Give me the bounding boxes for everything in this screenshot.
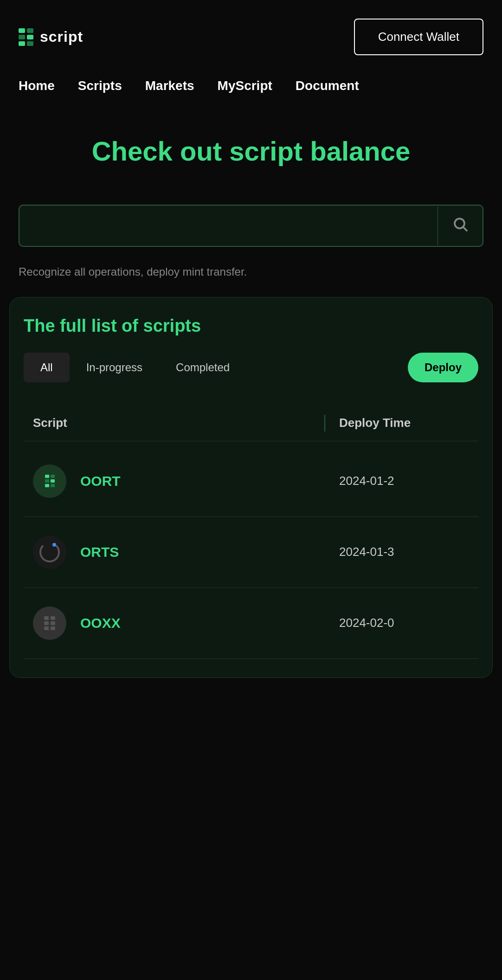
hero-title: Check out script balance [19,135,483,168]
search-input[interactable] [19,206,438,246]
filter-tab-completed[interactable]: Completed [159,353,246,382]
filter-tab-all[interactable]: All [24,353,70,382]
search-icon [452,216,469,232]
filter-tab-in-progress[interactable]: In-progress [70,353,159,382]
table-row[interactable]: OORT 2024-01-2 [24,446,478,517]
logo-area: script [19,28,83,46]
col-divider [324,415,325,432]
row-date-ooxx: 2024-02-0 [339,616,469,630]
row-name-orts: ORTS [80,544,339,560]
row-date-oort: 2024-01-2 [339,474,469,488]
filter-tabs: All In-progress Completed Deploy [24,353,478,382]
row-icon-oort [33,464,66,498]
table-row[interactable]: ORTS 2024-01-3 [24,517,478,588]
hero-section: Check out script balance [0,107,502,186]
ooxx-bars-icon [44,616,55,630]
logo-bar-6 [27,41,33,46]
nav-item-myscript[interactable]: MyScript [218,78,272,93]
logo-bar-3 [19,41,25,46]
col-header-script: Script [33,416,324,430]
connect-wallet-button[interactable]: Connect Wallet [354,19,483,55]
row-icon-orts [33,535,66,569]
subtitle-text: Recognize all operations, deploy mint tr… [0,256,502,297]
col-header-deploy-time: Deploy Time [339,416,469,430]
row-name-ooxx: OOXX [80,615,339,631]
search-area [0,186,502,256]
header: script Connect Wallet [0,0,502,69]
filter-tab-deploy[interactable]: Deploy [408,353,478,382]
logo-bar-4 [27,28,33,33]
list-card: The full list of scripts All In-progress… [9,297,493,678]
logo-bar-2 [19,35,25,39]
orts-dot [52,543,56,547]
search-button[interactable] [438,206,483,245]
row-name-oort: OORT [80,473,339,489]
nav-item-home[interactable]: Home [19,78,55,93]
row-date-orts: 2024-01-3 [339,545,469,559]
main-nav: Home Scripts Markets MyScript Document [0,69,502,107]
logo-bar-5 [27,35,33,39]
list-card-title: The full list of scripts [24,316,478,336]
table-header: Script Deploy Time [24,406,478,441]
svg-line-1 [463,227,467,231]
row-icon-ooxx [33,606,66,640]
nav-item-markets[interactable]: Markets [145,78,194,93]
nav-item-document[interactable]: Document [296,78,359,93]
logo-bar-1 [19,28,25,33]
nav-item-scripts[interactable]: Scripts [78,78,122,93]
search-box [19,205,483,247]
svg-point-0 [455,219,464,228]
table-row[interactable]: OOXX 2024-02-0 [24,588,478,659]
orts-spinner-icon [39,542,60,562]
oort-logo-icon [45,475,55,487]
logo-icon [19,28,33,46]
logo-text: script [40,28,83,45]
